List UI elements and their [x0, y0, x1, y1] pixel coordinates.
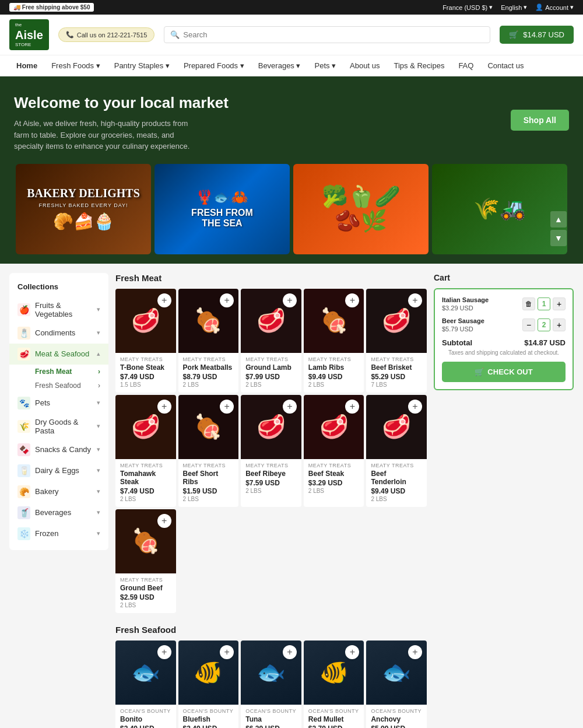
add-to-cart-button[interactable]: + [157, 514, 171, 528]
product-weight: 2 LBS [308, 488, 360, 494]
banner-section: BAKERY DELIGHTS FRESHLY BAKED EVERY DAY!… [0, 164, 583, 264]
product-price: $2.79 USD [308, 724, 360, 728]
account-menu[interactable]: 👤 Account ▾ [535, 4, 574, 11]
add-to-cart-button[interactable]: + [345, 293, 359, 307]
sidebar-label-bakery: Bakery [35, 487, 92, 496]
banner-bakery[interactable]: BAKERY DELIGHTS FRESHLY BAKED EVERY DAY!… [16, 164, 151, 254]
cart-box: Italian Sausage $3.29 USD 🗑 1 + Beer Sau… [434, 288, 574, 390]
cart-subtotal: Subtotal $14.87 USD [442, 338, 566, 347]
nav-fresh-foods[interactable]: Fresh Foods ▾ [44, 55, 107, 76]
sidebar-item-snacks[interactable]: 🍫 Snacks & Candy ▾ [9, 439, 108, 460]
product-brand: MEATY TREATS [308, 463, 360, 468]
meat-icon: 🥩 [17, 348, 30, 360]
seafood-product-card-0: 🐟 + OCEAN'S BOUNTY Bonito $2.49 USD 2 LB… [115, 640, 176, 728]
cart-item-2: Beer Sausage $5.79 USD − 2 + [442, 317, 566, 332]
meat-product-img: 🍖 + [178, 395, 239, 459]
cart-item-1-qty-plus[interactable]: + [553, 298, 566, 310]
checkout-button[interactable]: 🛒 CHECK OUT [442, 362, 566, 382]
phone-button[interactable]: 📞 Call us on 212-221-7515 [58, 27, 154, 42]
shop-all-button[interactable]: Shop All [511, 110, 569, 131]
product-weight: 2 LBS [245, 488, 297, 494]
add-to-cart-button[interactable]: + [345, 400, 359, 414]
banner-next-button[interactable]: ▼ [550, 230, 567, 246]
product-brand: MEATY TREATS [245, 463, 297, 468]
top-bar-left: 🚚 Free shipping above $50 [9, 3, 94, 12]
product-weight: 2 LBS [183, 496, 234, 502]
cart-item-2-name: Beer Sausage [442, 317, 484, 324]
search-input[interactable] [183, 30, 484, 39]
add-to-cart-button[interactable]: + [345, 645, 359, 659]
meat-product-img: 🥩 + [366, 289, 427, 353]
nav-home[interactable]: Home [9, 55, 44, 76]
nav-prepared-foods[interactable]: Prepared Foods ▾ [177, 55, 251, 76]
sidebar-item-beverages[interactable]: 🥤 Beverages ▾ [9, 502, 108, 523]
sidebar-item-dry-goods[interactable]: 🌾 Dry Goods & Pasta ▾ [9, 414, 108, 439]
sidebar-sub-fresh-seafood[interactable]: Fresh Seafood › [35, 379, 108, 393]
nav-beverages[interactable]: Beverages ▾ [251, 55, 308, 76]
nav-about[interactable]: About us [343, 55, 387, 76]
sidebar-item-condiments[interactable]: 🧂 Condiments ▾ [9, 323, 108, 344]
nav-pets[interactable]: Pets ▾ [307, 55, 343, 76]
bakery-icon: 🥐 [17, 485, 30, 498]
cart-item-1-name: Italian Sausage [442, 296, 489, 303]
product-name: Beef Tenderloin [371, 470, 422, 486]
banner-sea[interactable]: 🦞🐟🦀 FRESH FROM THE SEA [154, 164, 290, 254]
add-to-cart-button[interactable]: + [283, 645, 297, 659]
add-to-cart-button[interactable]: + [408, 645, 422, 659]
add-to-cart-button[interactable]: + [220, 293, 234, 307]
sidebar-item-fruits[interactable]: 🍎 Fruits & Vegetables ▾ [9, 297, 108, 323]
meat-product-card-10: 🍖 + MEATY TREATS Ground Beef $2.59 USD 2… [115, 509, 176, 613]
add-to-cart-button[interactable]: + [157, 400, 171, 414]
nav-faq[interactable]: FAQ [451, 55, 480, 76]
cart-item-1-price: $3.29 USD [442, 304, 489, 312]
cart-item-2-qty-plus[interactable]: + [553, 318, 566, 331]
main-layout: Collections 🍎 Fruits & Vegetables ▾ 🧂 Co… [0, 264, 583, 728]
sidebar-item-bakery[interactable]: 🥐 Bakery ▾ [9, 481, 108, 502]
product-weight: 2 LBS [183, 382, 234, 388]
add-to-cart-button[interactable]: + [220, 645, 234, 659]
banner-prev-button[interactable]: ▲ [550, 211, 567, 228]
sidebar-item-dairy[interactable]: 🥛 Dairy & Eggs ▾ [9, 460, 108, 481]
sidebar-item-pets[interactable]: 🐾 Pets ▾ [9, 393, 108, 414]
product-brand: MEATY TREATS [245, 356, 297, 362]
sidebar-item-meat[interactable]: 🥩 Meat & Seafood ▴ [9, 344, 108, 365]
cart-item-2-qty-minus[interactable]: − [522, 318, 535, 331]
fresh-meat-section: Fresh Meat 🥩 + MEATY TREATS T-Bone Steak… [115, 273, 427, 613]
sidebar-item-frozen[interactable]: ❄️ Frozen ▾ [9, 523, 108, 544]
product-weight: 7 LBS [371, 382, 422, 388]
country-selector[interactable]: France (USD $) ▾ [442, 4, 493, 11]
cart-item-2-price: $5.79 USD [442, 326, 484, 332]
nav-contact[interactable]: Contact us [480, 55, 531, 76]
add-to-cart-button[interactable]: + [220, 400, 234, 414]
logo[interactable]: the Aisle STORE [9, 19, 49, 50]
dry-goods-icon: 🌾 [17, 420, 30, 433]
snacks-icon: 🍫 [17, 443, 30, 456]
free-shipping-badge: 🚚 Free shipping above $50 [9, 3, 94, 12]
add-to-cart-button[interactable]: + [157, 293, 171, 307]
add-to-cart-button[interactable]: + [283, 293, 297, 307]
sidebar-label-dry-goods: Dry Goods & Pasta [35, 418, 92, 435]
cart-item-1-remove[interactable]: 🗑 [522, 298, 535, 310]
add-to-cart-button[interactable]: + [157, 645, 171, 659]
product-weight: 2 LBS [120, 602, 171, 608]
add-to-cart-button[interactable]: + [408, 400, 422, 414]
product-price: $8.79 USD [183, 373, 234, 381]
fruits-icon: 🍎 [17, 303, 30, 316]
banner-veggies[interactable]: 🥦🫑🥒 🫘🌿 [293, 164, 429, 254]
nav-pantry-staples[interactable]: Pantry Staples ▾ [107, 55, 177, 76]
seafood-product-grid: 🐟 + OCEAN'S BOUNTY Bonito $2.49 USD 2 LB… [115, 640, 427, 728]
nav-tips[interactable]: Tips & Recipes [387, 55, 451, 76]
banner-farm[interactable]: 🌾🚜 [432, 164, 567, 254]
add-to-cart-button[interactable]: + [283, 400, 297, 414]
cart-item-1-qty-num: 1 [538, 298, 550, 310]
meat-product-card-9: 🥩 + MEATY TREATS Beef Tenderloin $9.49 U… [366, 395, 427, 507]
sidebar-sub-fresh-meat[interactable]: Fresh Meat › [35, 365, 108, 379]
seafood-product-card-1: 🐠 + OCEAN'S BOUNTY Bluefish $3.49 USD 2 … [178, 640, 239, 728]
cart-tax-note: Taxes and shipping calculated at checkou… [442, 349, 566, 356]
add-to-cart-button[interactable]: + [408, 293, 422, 307]
language-selector[interactable]: English ▾ [501, 4, 527, 11]
product-price: $3.29 USD [308, 479, 360, 487]
beverages-icon: 🥤 [17, 506, 30, 519]
sidebar-label-beverages: Beverages [35, 508, 92, 517]
cart-button[interactable]: 🛒 $14.87 USD [500, 26, 574, 44]
